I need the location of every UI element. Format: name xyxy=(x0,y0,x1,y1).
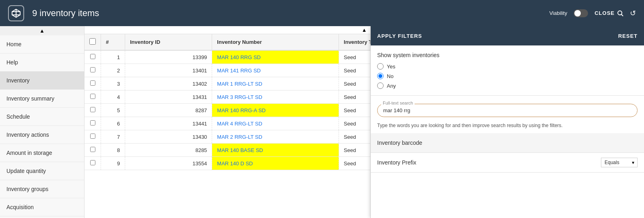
search-field-label: Full-text search xyxy=(381,101,415,105)
row-num: 8 xyxy=(101,144,125,157)
radio-no-item[interactable]: No xyxy=(377,73,638,79)
main-layout: ▲ Home Help Inventory Inventory summary … xyxy=(0,26,644,218)
row-checkbox[interactable] xyxy=(90,67,95,72)
row-number[interactable]: MAR 140 RRG SD xyxy=(212,50,339,64)
row-checkbox[interactable] xyxy=(90,94,95,99)
row-checkbox-cell[interactable] xyxy=(85,157,101,170)
sidebar-item-schedule[interactable]: Schedule xyxy=(0,108,84,126)
radio-yes-item[interactable]: Yes xyxy=(377,63,638,70)
page-title: 9 inventory items xyxy=(32,8,549,19)
chevron-up-icon: ▲ xyxy=(362,27,367,33)
row-number[interactable]: MAR 140 RRG-A SD xyxy=(212,104,339,117)
row-checkbox-cell[interactable] xyxy=(85,77,101,90)
row-checkbox[interactable] xyxy=(90,107,95,112)
radio-any-item[interactable]: Any xyxy=(377,82,638,89)
col-header-inventory-id: Inventory ID xyxy=(125,34,212,50)
sidebar-item-inventory-summary[interactable]: Inventory summary xyxy=(0,90,84,108)
search-section: Full-text search Type the words you are … xyxy=(371,96,644,133)
full-text-search-container: Full-text search xyxy=(377,104,638,117)
full-text-search-input[interactable] xyxy=(377,104,638,117)
header-controls: Viability CLOSE ↺ xyxy=(549,9,636,18)
row-number[interactable]: MAR 140 BASE SD xyxy=(212,144,339,157)
inventory-barcode-section: Inventory barcode xyxy=(371,133,644,153)
row-id: 13431 xyxy=(125,90,212,104)
system-inventories-section: Show system inventories Yes No Any xyxy=(371,45,644,96)
apply-filters-button[interactable]: APPLY FILTERS xyxy=(377,30,422,42)
row-checkbox-cell[interactable] xyxy=(85,50,101,64)
row-number[interactable]: MAR 3 RRG-LT SD xyxy=(212,90,339,104)
row-checkbox-cell[interactable] xyxy=(85,104,101,117)
row-number[interactable]: MAR 1 RRG-LT SD xyxy=(212,77,339,90)
sidebar: ▲ Home Help Inventory Inventory summary … xyxy=(0,26,85,218)
system-inventories-radio-group: Yes No Any xyxy=(377,63,638,89)
radio-any[interactable] xyxy=(377,82,384,89)
sidebar-item-amount-in-storage[interactable]: Amount in storage xyxy=(0,144,84,162)
row-num: 5 xyxy=(101,104,125,117)
search-hint: Type the words you are looking for and t… xyxy=(371,120,644,133)
sidebar-item-inventory-groups[interactable]: Inventory groups xyxy=(0,180,84,198)
filter-panel-header: APPLY FILTERS RESET xyxy=(371,26,644,45)
search-icon xyxy=(617,10,623,16)
sidebar-item-help[interactable]: Help xyxy=(0,53,84,72)
viability-toggle[interactable] xyxy=(574,9,588,17)
row-id: 13554 xyxy=(125,157,212,170)
select-all-header[interactable] xyxy=(85,34,101,50)
row-id: 13441 xyxy=(125,117,212,130)
viability-label: Viability xyxy=(549,10,568,16)
app-logo xyxy=(8,5,24,21)
row-num: 2 xyxy=(101,64,125,77)
reset-button[interactable]: RESET xyxy=(618,33,638,39)
row-id: 13401 xyxy=(125,64,212,77)
prefix-title: Inventory Prefix xyxy=(377,159,416,166)
close-button[interactable]: CLOSE xyxy=(594,10,623,16)
row-number[interactable]: MAR 140 D SD xyxy=(212,157,339,170)
row-checkbox-cell[interactable] xyxy=(85,117,101,130)
row-checkbox[interactable] xyxy=(90,54,95,59)
row-checkbox-cell[interactable] xyxy=(85,64,101,77)
col-header-num: # xyxy=(101,34,125,50)
logo-icon xyxy=(11,8,21,18)
row-number[interactable]: MAR 2 RRG-LT SD xyxy=(212,130,339,144)
row-number[interactable]: MAR 4 RRG-LT SD xyxy=(212,117,339,130)
app-header: 9 inventory items Viability CLOSE ↺ xyxy=(0,0,644,26)
select-all-checkbox[interactable] xyxy=(89,38,96,45)
row-num: 7 xyxy=(101,130,125,144)
radio-yes[interactable] xyxy=(377,63,384,70)
row-checkbox-cell[interactable] xyxy=(85,130,101,144)
sidebar-item-inventory-actions[interactable]: Inventory actions xyxy=(0,126,84,144)
row-checkbox[interactable] xyxy=(90,120,95,125)
radio-no[interactable] xyxy=(377,73,384,79)
row-id: 13430 xyxy=(125,130,212,144)
sidebar-item-update-quantity[interactable]: Update quantity xyxy=(0,162,84,180)
chevron-up-icon: ▲ xyxy=(39,28,45,34)
row-num: 3 xyxy=(101,77,125,90)
row-id: 8285 xyxy=(125,144,212,157)
row-checkbox[interactable] xyxy=(90,147,95,152)
row-checkbox[interactable] xyxy=(90,134,95,139)
row-checkbox-cell[interactable] xyxy=(85,144,101,157)
refresh-button[interactable]: ↺ xyxy=(630,9,636,18)
row-num: 6 xyxy=(101,117,125,130)
row-id: 8287 xyxy=(125,104,212,117)
system-inventories-title: Show system inventories xyxy=(377,52,638,58)
row-num: 9 xyxy=(101,157,125,170)
row-checkbox[interactable] xyxy=(90,80,95,86)
sidebar-item-acquisition[interactable]: Acquisition xyxy=(0,198,84,216)
content-area: ▲ # Inventory ID Inventory Number Invent… xyxy=(85,26,644,218)
filter-panel: APPLY FILTERS RESET Show system inventor… xyxy=(370,26,644,218)
row-id: 13402 xyxy=(125,77,212,90)
col-header-inventory-number: Inventory Number xyxy=(212,34,339,50)
row-number[interactable]: MAR 141 RRG SD xyxy=(212,64,339,77)
row-num: 1 xyxy=(101,50,125,64)
row-checkbox[interactable] xyxy=(90,160,95,165)
barcode-title: Inventory barcode xyxy=(377,140,638,146)
sidebar-scroll-up[interactable]: ▲ xyxy=(0,26,84,35)
row-checkbox-cell[interactable] xyxy=(85,90,101,104)
prefix-operator-select[interactable]: Equals Contains Starts with Ends with xyxy=(601,158,638,167)
sidebar-item-inventory[interactable]: Inventory xyxy=(0,72,84,90)
inventory-prefix-section: Inventory Prefix Equals Contains Starts … xyxy=(371,153,644,173)
row-id: 13399 xyxy=(125,50,212,64)
sidebar-item-home[interactable]: Home xyxy=(0,35,84,53)
svg-line-5 xyxy=(621,14,623,16)
prefix-select-wrap: Equals Contains Starts with Ends with xyxy=(601,158,638,167)
